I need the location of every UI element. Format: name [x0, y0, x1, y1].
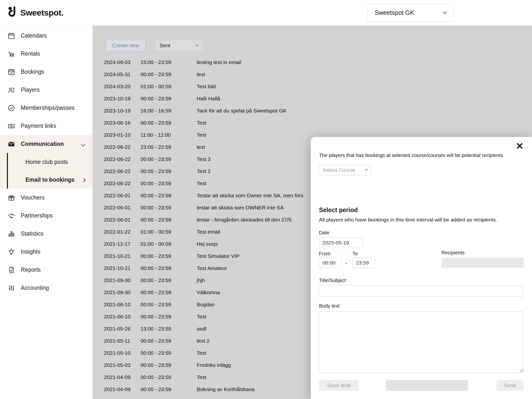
create-new-button[interactable]: Create new	[105, 40, 146, 51]
email-row-date: 2021-05-10	[104, 350, 141, 356]
email-row-date: 2022-06-22	[104, 180, 141, 186]
sidebar-item-communication[interactable]: Communication	[0, 135, 93, 153]
email-row-date: 2022-06-01	[104, 205, 141, 211]
email-row-time: 01:00 - 00:59	[141, 84, 197, 89]
sidebar-item-partnerships[interactable]: Partnerships	[0, 207, 93, 225]
email-row-time: 00:00 - 23:59	[141, 96, 197, 102]
email-row-date: 2022-01-22	[104, 229, 141, 235]
email-row-time: 00:00 - 23:59	[141, 265, 197, 271]
email-row[interactable]: 2024-05-31 00:00 - 23:59 test	[93, 68, 532, 80]
create-new-label: Create new	[112, 43, 139, 48]
email-row-date: 2022-06-01	[104, 217, 141, 223]
email-row[interactable]: 2024-09-03 15:00 - 23:59 testing text in…	[93, 56, 532, 68]
email-row-date: 2024-03-20	[104, 84, 141, 89]
email-row-subject: Tack för att du spelat på Sweetspot GK	[197, 108, 532, 114]
envelope-icon	[7, 140, 15, 148]
email-row[interactable]: 2024-03-20 01:00 - 00:59 Test bild	[93, 80, 532, 92]
booking-calendar-icon	[7, 68, 15, 76]
logo-text: Sweetspot.	[20, 8, 63, 18]
email-row-time: 13:00 - 23:59	[141, 326, 197, 332]
save-draft-button[interactable]: Save draft	[319, 380, 359, 391]
email-row-time: 00:00 - 23:59	[141, 193, 197, 199]
email-row[interactable]: 2023-10-19 16:00 - 16:59 Tack för att du…	[93, 105, 532, 117]
email-row-time: 00:00 - 23:59	[141, 362, 197, 368]
sidebar-item-accounting[interactable]: Accounting	[0, 279, 93, 297]
email-row-time: 16:00 - 16:59	[141, 108, 197, 114]
email-row-date: 2022-06-01	[104, 193, 141, 199]
email-row-date: 2022-08-22	[104, 144, 141, 150]
toolbar: Create new Sent	[105, 40, 203, 51]
email-row-date: 2021-05-26	[104, 326, 141, 332]
compose-email-modal: ✕ The players that has bookings at selec…	[311, 137, 532, 399]
sidebar-item-label: Calendars	[21, 32, 47, 39]
email-row-time: 00:00 - 23:59	[141, 120, 197, 126]
sidebar-subitem-home-club-posts[interactable]: Home club posts	[0, 153, 93, 171]
title-subject-label: Title/Subject	[319, 278, 346, 283]
email-row-date: 2022-06-22	[104, 156, 141, 162]
from-time-input[interactable]	[319, 258, 341, 268]
sidebar-item-memberships[interactable]: Memberships/passes	[0, 99, 93, 117]
email-row-time: 00:00 - 23:59	[141, 156, 197, 162]
bar-chart-icon	[7, 230, 15, 238]
range-separator: -	[345, 260, 347, 266]
lightbulb-icon	[7, 248, 15, 256]
email-row-date: 2021-05-03	[104, 362, 141, 368]
recipients-field[interactable]	[441, 258, 524, 268]
email-row-date: 2021-06-10	[104, 302, 141, 308]
date-input[interactable]	[319, 237, 363, 248]
sidebar-item-label: Statistics	[21, 230, 44, 237]
add-recipients-button[interactable]	[386, 380, 468, 391]
email-row-time: 00:00 - 23:59	[141, 338, 197, 344]
sidebar-item-players[interactable]: Players	[0, 81, 93, 99]
email-row-time: 11:00 - 12:00	[141, 132, 197, 138]
sidebar-subitem-label: Home club posts	[25, 159, 68, 165]
sidebar-item-payment-links[interactable]: Payment links	[0, 117, 93, 135]
email-row-time: 00:00 - 23:59	[141, 386, 197, 392]
chevron-down-icon	[82, 141, 85, 147]
email-row-date: 2021-05-11	[104, 338, 141, 344]
save-draft-label: Save draft	[327, 382, 351, 388]
email-row-date: 2023-01-10	[104, 132, 141, 138]
email-row-date: 2021-12-17	[104, 241, 141, 247]
status-filter-value: Sent	[160, 43, 170, 48]
course-select-dropdown[interactable]: Select Course	[319, 165, 371, 175]
send-button[interactable]: Send	[496, 380, 524, 391]
email-row-date: 2021-06-10	[104, 314, 141, 320]
body-text-label: Body text	[319, 303, 339, 309]
sidebar-item-rentals[interactable]: Rentals	[0, 45, 93, 63]
email-row-time: 01:00 - 00:59	[141, 241, 197, 247]
email-row-time: 00:00 - 23:59	[141, 277, 197, 283]
course-select-placeholder: Select Course	[323, 167, 355, 173]
sidebar-item-reports[interactable]: Reports	[0, 261, 93, 279]
sidebar: Calendars Rentals Bookings Players	[0, 25, 93, 399]
email-row[interactable]: 2023-06-16 00:00 - 23:59 Test	[93, 117, 532, 129]
email-row-subject: testing text in email	[197, 59, 532, 65]
calendar-icon	[7, 32, 15, 40]
email-row-time: 00:00 - 23:59	[141, 289, 197, 295]
select-period-description: All players who have bookings in this ti…	[319, 217, 497, 223]
close-icon[interactable]: ✕	[516, 141, 524, 151]
email-row[interactable]: 2023-10-19 00:00 - 23:59 Halli Hallå	[93, 92, 532, 105]
sidebar-subitem-email-to-bookings[interactable]: Email to bookings	[0, 171, 93, 189]
sidebar-item-calendars[interactable]: Calendars	[0, 27, 93, 45]
title-subject-input[interactable]	[319, 285, 524, 297]
sweetspot-logo: Sweetspot.	[7, 6, 63, 19]
communication-submenu: Home club posts Email to bookings	[0, 153, 93, 189]
status-filter-dropdown[interactable]: Sent	[154, 40, 203, 51]
club-selector-dropdown[interactable]: Sweetspot GK	[367, 4, 454, 22]
email-row-date: 2021-09-30	[104, 277, 141, 283]
modal-intro-text: The players that has bookings at selecte…	[319, 153, 527, 158]
sidebar-item-bookings[interactable]: Bookings	[0, 63, 93, 81]
email-row-time: 00:00 - 23:59	[141, 374, 197, 380]
to-time-input[interactable]	[352, 258, 374, 268]
sidebar-item-statistics[interactable]: Statistics	[0, 225, 93, 243]
sidebar-item-label: Players	[21, 87, 40, 93]
email-row-date: 2021-09-30	[104, 289, 141, 295]
report-document-icon	[7, 266, 15, 274]
body-text-input[interactable]	[319, 311, 524, 373]
email-row-date: 2021-04-09	[104, 374, 141, 380]
sidebar-item-vouchers[interactable]: Vouchers	[0, 189, 93, 207]
sidebar-item-insights[interactable]: Insights	[0, 243, 93, 261]
to-label: To	[352, 251, 358, 257]
sidebar-item-label: Reports	[21, 266, 41, 273]
